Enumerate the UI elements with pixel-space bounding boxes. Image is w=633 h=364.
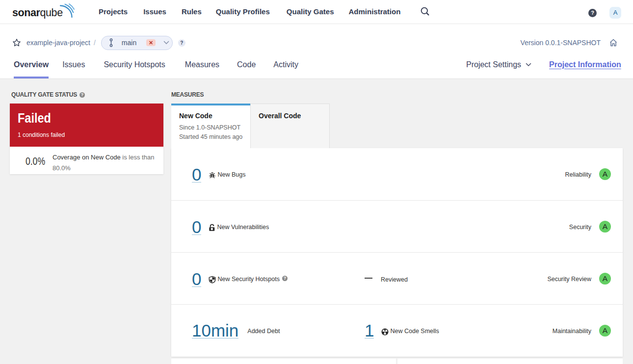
svg-text:sonar: sonar xyxy=(12,7,41,19)
svg-text:qube: qube xyxy=(40,7,63,19)
